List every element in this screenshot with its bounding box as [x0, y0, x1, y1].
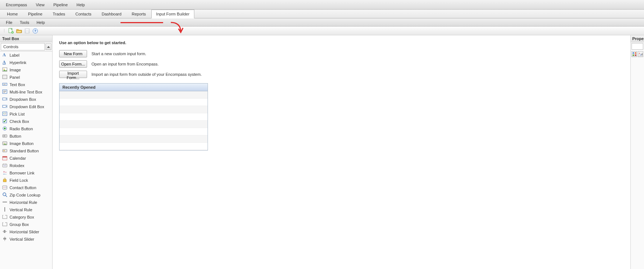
toolbox-item[interactable]: abButton: [0, 132, 52, 140]
menu-encompass[interactable]: Encompass: [2, 1, 30, 8]
toolbox-item[interactable]: Panel: [0, 74, 52, 81]
svg-rect-63: [635, 52, 636, 54]
toolbox-item-label: Vertical Rule: [10, 208, 32, 212]
recently-opened-row[interactable]: [60, 135, 208, 143]
tab-trades[interactable]: Trades: [48, 10, 70, 18]
recently-opened-row[interactable]: [60, 99, 208, 106]
tab-dashboard[interactable]: Dashboard: [97, 10, 126, 18]
recently-opened-row[interactable]: [60, 106, 208, 113]
open-folder-icon[interactable]: [16, 28, 22, 34]
svg-rect-11: [3, 75, 7, 79]
tab-home[interactable]: Home: [2, 10, 22, 18]
dropdown-arrow-icon[interactable]: [46, 43, 51, 50]
builder-menubar: File Tools Help: [0, 18, 644, 26]
toolbox-item[interactable]: Horizontal Slider: [0, 228, 52, 236]
toolbox-item[interactable]: ablText Box: [0, 81, 52, 88]
properties-title: Properti: [631, 35, 644, 42]
toolbox-item-label: Check Box: [10, 119, 29, 124]
toolbox-item[interactable]: Field Lock: [0, 177, 52, 184]
svg-rect-55: [3, 215, 5, 216]
new-file-icon[interactable]: [8, 28, 14, 34]
toolbox-item[interactable]: Radio Button: [0, 125, 52, 132]
recently-opened-row[interactable]: [60, 91, 208, 99]
vslider-icon: [2, 236, 7, 242]
categorized-view-icon[interactable]: [632, 51, 637, 57]
recently-opened-row[interactable]: [60, 121, 208, 128]
toolbox-item-label: Button: [10, 134, 21, 138]
menu-pipeline[interactable]: Pipeline: [50, 1, 71, 8]
svg-rect-54: [3, 215, 7, 219]
zipcode-lookup-icon: [2, 192, 7, 198]
dropdown-edit-box-icon: [2, 104, 7, 110]
toolbox-item-label: Hyperlink: [10, 60, 26, 65]
import-form-button[interactable]: Import Form...: [59, 71, 87, 78]
builder-menu-help[interactable]: Help: [33, 19, 48, 26]
toolbox-item[interactable]: Standard Button: [0, 147, 52, 155]
tab-pipeline[interactable]: Pipeline: [23, 10, 47, 18]
alphabetical-view-icon[interactable]: AZ: [638, 51, 643, 57]
toolbox-category-selector[interactable]: Controls: [0, 42, 52, 52]
svg-point-40: [6, 164, 6, 164]
toolbox-item[interactable]: Calendar: [0, 155, 52, 162]
svg-text:A: A: [3, 52, 6, 57]
builder-menu-tools[interactable]: Tools: [16, 19, 33, 26]
recently-opened-row[interactable]: [60, 128, 208, 135]
recently-opened-row[interactable]: [60, 143, 208, 150]
toolbox-item[interactable]: Zip Code Lookup: [0, 191, 52, 199]
toolbox-item[interactable]: Pick List: [0, 110, 52, 118]
toolbox-item[interactable]: Image Button: [0, 140, 52, 147]
builder-menu-file[interactable]: File: [2, 19, 16, 26]
toolbox-item-label: Image: [10, 68, 21, 72]
toolbox-item-label: Radio Button: [10, 127, 33, 131]
rolodex-icon: [2, 163, 7, 169]
svg-line-51: [6, 195, 7, 197]
recently-opened-row[interactable]: [60, 113, 208, 121]
toolbox-item-label: Group Box: [10, 222, 29, 227]
toolbox-item[interactable]: Rolodex: [0, 162, 52, 169]
recently-opened-body: [60, 91, 208, 150]
toolbox-item[interactable]: Check Box: [0, 118, 52, 125]
hrule-icon: [2, 199, 7, 205]
toolbox-item[interactable]: AHyperlink: [0, 59, 52, 66]
toolbox-item[interactable]: ALabel: [0, 52, 52, 59]
toolbox-item-label: Standard Button: [10, 149, 39, 153]
toolbox-item[interactable]: Vertical Slider: [0, 236, 52, 243]
tab-input-form-builder[interactable]: Input Form Builder: [151, 10, 194, 18]
open-form-button[interactable]: Open Form...: [59, 60, 87, 68]
toolbox-item[interactable]: Multi-line Text Box: [0, 88, 52, 96]
toolbox-item[interactable]: Borrower Link: [0, 169, 52, 177]
menu-view[interactable]: View: [32, 1, 48, 8]
toolbox-item[interactable]: Image: [0, 66, 52, 74]
toolbox-item[interactable]: Group Box: [0, 221, 52, 228]
panel-icon: [2, 74, 7, 80]
svg-rect-22: [3, 112, 7, 116]
toolbox-item[interactable]: Vertical Rule: [0, 206, 52, 213]
toolbox-item[interactable]: Category Box: [0, 213, 52, 221]
toolbar-grip-icon: ⋮: [2, 28, 6, 33]
toolbox-title: Tool Box: [0, 35, 52, 42]
new-form-button[interactable]: New Form: [59, 50, 87, 57]
toolbox-item[interactable]: Horizontal Rule: [0, 199, 52, 206]
save-icon[interactable]: [24, 28, 30, 34]
toolbox-item[interactable]: Contact Button: [0, 184, 52, 191]
toolbox-item-label: Calendar: [10, 156, 26, 160]
menu-help[interactable]: Help: [73, 1, 89, 8]
svg-point-50: [3, 193, 6, 196]
toolbox-item[interactable]: Dropdown Edit Box: [0, 103, 52, 110]
toolbox-item[interactable]: Dropdown Box: [0, 96, 52, 103]
category-box-icon: [2, 214, 7, 220]
toolbox-item-label: Pick List: [10, 112, 25, 116]
toolbox-panel: Tool Box Controls ALabelAHyperlinkImageP…: [0, 35, 53, 269]
toolbox-item-label: Image Button: [10, 141, 33, 146]
dropdown-box-icon: [2, 96, 7, 102]
tab-reports[interactable]: Reports: [127, 10, 151, 18]
toolbox-item-label: Label: [10, 53, 19, 57]
svg-rect-59: [4, 230, 5, 233]
help-icon[interactable]: ?: [32, 28, 38, 34]
tab-contacts[interactable]: Contacts: [71, 10, 96, 18]
properties-object-selector[interactable]: [632, 43, 643, 50]
svg-rect-65: [635, 54, 636, 56]
contact-button-icon: [2, 185, 7, 191]
svg-rect-57: [3, 222, 5, 223]
toolbox-item-label: Horizontal Slider: [10, 230, 39, 234]
